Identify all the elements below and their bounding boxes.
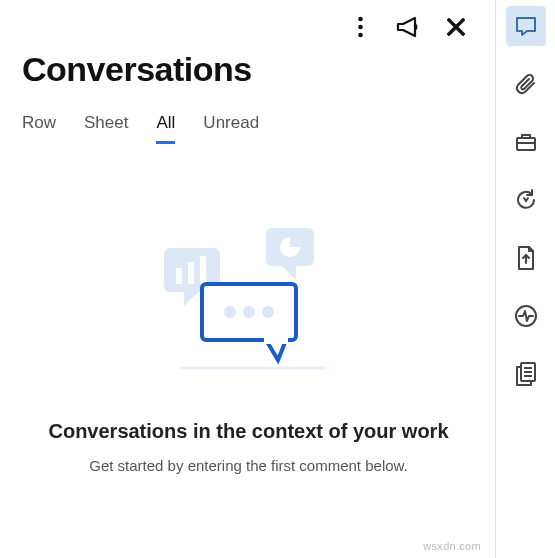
empty-illustration	[154, 218, 344, 392]
document-icon	[514, 361, 538, 387]
rail-attachments[interactable]	[506, 64, 546, 104]
rail-briefcase[interactable]	[506, 122, 546, 162]
activity-icon	[514, 304, 538, 328]
tab-unread[interactable]: Unread	[203, 113, 259, 144]
panel-header	[22, 0, 475, 54]
announce-button[interactable]	[389, 8, 427, 46]
svg-marker-11	[282, 266, 296, 280]
svg-point-1	[358, 25, 363, 30]
tab-all[interactable]: All	[156, 113, 175, 144]
more-vertical-icon	[358, 16, 363, 38]
refresh-icon	[514, 188, 538, 212]
svg-rect-9	[200, 256, 206, 284]
conversation-illustration-icon	[154, 218, 344, 388]
upload-file-icon	[515, 245, 537, 271]
tab-row[interactable]: Row	[22, 113, 56, 144]
rail-activity[interactable]	[506, 296, 546, 336]
attachments-icon	[514, 72, 538, 96]
rail-comments[interactable]	[506, 6, 546, 46]
page-title: Conversations	[22, 50, 475, 89]
svg-rect-15	[264, 336, 288, 344]
tabs: Row Sheet All Unread	[22, 113, 475, 144]
conversations-panel: Conversations Row Sheet All Unread	[0, 0, 495, 558]
rail-refresh[interactable]	[506, 180, 546, 220]
svg-point-0	[358, 17, 363, 22]
svg-rect-7	[176, 268, 182, 284]
right-rail	[495, 0, 555, 558]
svg-point-18	[262, 306, 274, 318]
tab-sheet[interactable]: Sheet	[84, 113, 128, 144]
svg-marker-6	[184, 292, 198, 306]
close-button[interactable]	[437, 8, 475, 46]
close-icon	[447, 18, 465, 36]
empty-subtext: Get started by entering the first commen…	[89, 457, 408, 474]
svg-point-17	[243, 306, 255, 318]
comments-icon	[514, 14, 538, 38]
more-button[interactable]	[341, 8, 379, 46]
svg-point-2	[358, 33, 363, 38]
svg-point-16	[224, 306, 236, 318]
rail-document[interactable]	[506, 354, 546, 394]
briefcase-icon	[514, 130, 538, 154]
rail-upload[interactable]	[506, 238, 546, 278]
svg-rect-8	[188, 262, 194, 284]
empty-heading: Conversations in the context of your wor…	[48, 420, 448, 443]
empty-state: Conversations in the context of your wor…	[22, 144, 475, 538]
megaphone-icon	[395, 14, 421, 40]
watermark: wsxdn.com	[423, 540, 481, 552]
